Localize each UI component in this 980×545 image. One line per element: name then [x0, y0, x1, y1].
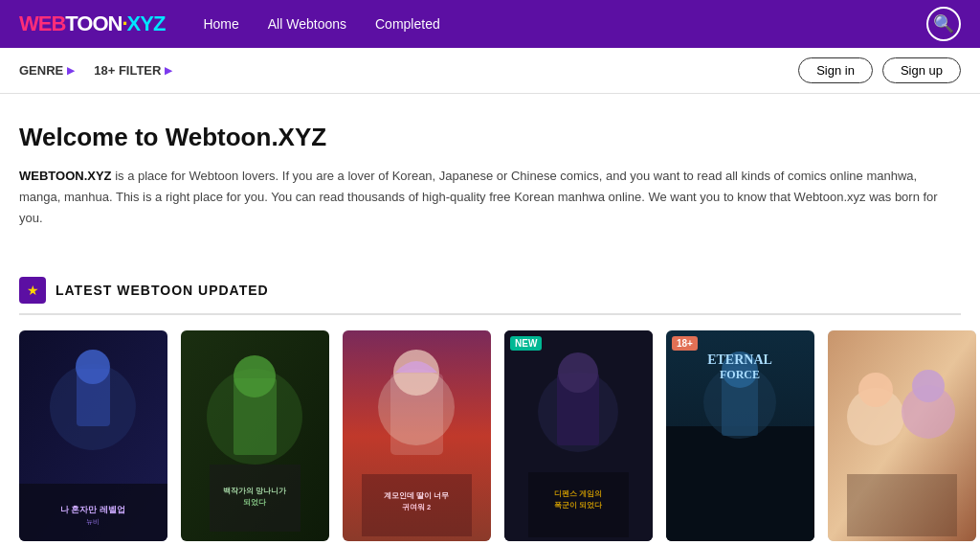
section-header: ★ LATEST WEBTOON UPDATED: [19, 277, 961, 315]
star-badge: ★: [19, 277, 46, 304]
search-button[interactable]: 🔍: [926, 7, 961, 41]
comic-badge: NEW: [510, 336, 542, 351]
site-logo[interactable]: WEBTOON·XYZ: [19, 11, 165, 36]
comic-card[interactable]: What Do I Do Now?★★★★★: [828, 330, 976, 545]
svg-text:폭군이 되었다: 폭군이 되었다: [554, 501, 603, 510]
logo-toon: TOON: [65, 11, 122, 35]
logo-xyz: XYZ: [127, 11, 166, 35]
main-content: Welcome to Webtoon.XYZ WEBTOON.XYZ is a …: [0, 94, 957, 248]
welcome-brand: WEBTOON.XYZ: [19, 169, 112, 183]
section-title: LATEST WEBTOON UPDATED: [56, 283, 269, 298]
age-filter-label: 18+ FILTER: [94, 63, 161, 78]
sub-header: GENRE ▶ 18+ FILTER ▶ Sign in Sign up: [0, 48, 980, 94]
svg-point-10: [234, 355, 276, 397]
svg-text:귀여워 2: 귀여워 2: [402, 503, 431, 511]
main-nav: Home All Webtoons Completed: [203, 16, 926, 32]
genre-label: GENRE: [19, 63, 63, 78]
comics-grid: 나 혼자만 레벨업 뉴비 Solo Max-Level Newbie★★★★★ …: [0, 330, 980, 545]
comic-card[interactable]: 나 혼자만 레벨업 뉴비 Solo Max-Level Newbie★★★★★: [19, 330, 167, 545]
star-icon: ★: [27, 283, 39, 298]
genre-arrow-icon: ▶: [67, 65, 75, 76]
comic-card[interactable]: ETERNAL FORCE 18+Eternal Force★★★★★: [666, 330, 814, 545]
comic-card[interactable]: 백작가의 망나니가 되었다 Trash of the Count's Famil…: [181, 330, 329, 545]
nav-home[interactable]: Home: [203, 16, 238, 32]
svg-text:ETERNAL: ETERNAL: [707, 352, 772, 367]
svg-point-39: [858, 373, 893, 407]
svg-point-40: [912, 370, 945, 402]
nav-all-webtoons[interactable]: All Webtoons: [268, 16, 346, 32]
genre-filter-button[interactable]: GENRE ▶: [19, 63, 75, 78]
welcome-title: Welcome to Webtoon.XYZ: [19, 123, 938, 152]
comic-thumbnail: [828, 330, 976, 541]
sign-up-button[interactable]: Sign up: [882, 57, 961, 83]
svg-text:계모인데 딸이 너무: 계모인데 딸이 너무: [384, 491, 449, 500]
comic-thumbnail: ETERNAL FORCE 18+: [666, 330, 814, 541]
comic-thumbnail: 백작가의 망나니가 되었다: [181, 330, 329, 541]
svg-text:백작가의 망나니가: 백작가의 망나니가: [223, 487, 287, 495]
welcome-body: is a place for Webtoon lovers. If you ar…: [19, 169, 938, 225]
age-filter-button[interactable]: 18+ FILTER ▶: [94, 63, 172, 78]
comic-thumbnail: 디펜스 게임의 폭군이 되었다 NEW: [504, 330, 653, 541]
comic-card[interactable]: 디펜스 게임의 폭군이 되었다 NEWTyrant of the Tower D…: [504, 330, 653, 545]
nav-completed[interactable]: Completed: [375, 16, 440, 32]
svg-text:뉴비: 뉴비: [86, 518, 100, 525]
site-header: WEBTOON·XYZ Home All Webtoons Completed …: [0, 0, 980, 48]
comic-badge: 18+: [672, 336, 698, 351]
svg-point-25: [558, 352, 598, 393]
svg-rect-41: [847, 474, 957, 536]
sign-in-button[interactable]: Sign in: [798, 57, 873, 83]
svg-text:되었다: 되었다: [243, 498, 267, 507]
svg-rect-30: [666, 426, 814, 541]
search-icon: 🔍: [933, 13, 954, 34]
comic-thumbnail: 나 혼자만 레벨업 뉴비: [19, 330, 167, 541]
age-filter-arrow-icon: ▶: [165, 65, 172, 76]
svg-text:디펜스 게임의: 디펜스 게임의: [554, 489, 602, 498]
comic-thumbnail: 계모인데 딸이 너무 귀여워 2: [343, 330, 491, 541]
logo-web: WEB: [19, 11, 65, 35]
svg-text:나 혼자만 레벨업: 나 혼자만 레벨업: [60, 505, 125, 514]
svg-text:FORCE: FORCE: [720, 368, 760, 381]
welcome-text: WEBTOON.XYZ is a place for Webtoon lover…: [19, 166, 938, 229]
svg-point-4: [76, 350, 110, 384]
auth-buttons: Sign in Sign up: [798, 57, 961, 83]
comic-card[interactable]: 계모인데 딸이 너무 귀여워 2 I'm A Stepmother, But M…: [343, 330, 491, 545]
